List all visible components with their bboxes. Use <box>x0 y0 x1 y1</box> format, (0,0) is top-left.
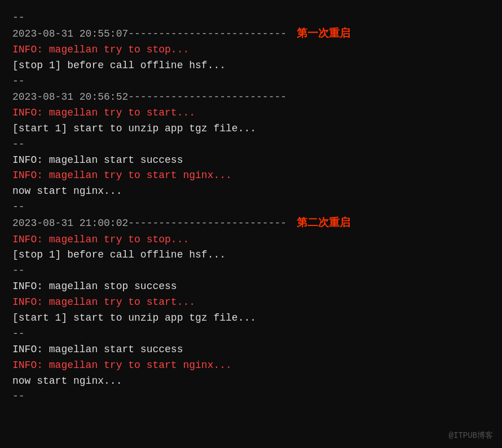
terminal-line: -- <box>12 389 490 405</box>
line-text: [stop 1] before call offline hsf... <box>12 247 226 263</box>
line-text: INFO: magellan try to start nginx... <box>12 168 232 184</box>
line-text: INFO: magellan try to start nginx... <box>12 358 232 374</box>
terminal-line: INFO: magellan stop success <box>12 279 490 295</box>
terminal-line: INFO: magellan try to start... <box>12 295 490 311</box>
line-text: 2023-08-31 20:56:52---------------------… <box>12 90 287 105</box>
terminal-line: now start nginx... <box>12 374 490 389</box>
terminal-line: -- <box>12 263 490 279</box>
terminal-line: 2023-08-31 21:00:02---------------------… <box>12 215 490 232</box>
line-text: -- <box>12 326 25 342</box>
terminal-line: INFO: magellan try to stop... <box>12 232 490 248</box>
restart-annotation: 第二次重启 <box>297 215 350 232</box>
restart-annotation: 第一次重启 <box>297 26 350 42</box>
watermark: @ITPUB博客 <box>449 430 493 442</box>
terminal-line: [stop 1] before call offline hsf... <box>12 58 490 74</box>
terminal-line: INFO: magellan try to stop... <box>12 42 490 58</box>
terminal-line: INFO: magellan try to start nginx... <box>12 168 490 184</box>
line-text: -- <box>12 137 25 153</box>
line-text: -- <box>12 74 25 90</box>
terminal-line: -- <box>12 10 490 26</box>
line-text: now start nginx... <box>12 374 122 389</box>
terminal-line: [start 1] start to unzip app tgz file... <box>12 311 490 326</box>
terminal-output: --2023-08-31 20:55:07-------------------… <box>0 0 502 448</box>
line-text: INFO: magellan try to stop... <box>12 42 189 58</box>
line-text: [start 1] start to unzip app tgz file... <box>12 311 256 326</box>
terminal-line: INFO: magellan start success <box>12 342 490 358</box>
terminal-line: [start 1] start to unzip app tgz file... <box>12 121 490 137</box>
line-text: [start 1] start to unzip app tgz file... <box>12 121 256 137</box>
terminal-line: -- <box>12 326 490 342</box>
line-text: [stop 1] before call offline hsf... <box>12 58 226 74</box>
terminal-line: -- <box>12 74 490 90</box>
line-text: INFO: magellan stop success <box>12 279 177 295</box>
line-text: 2023-08-31 20:55:07---------------------… <box>12 26 287 42</box>
line-text: INFO: magellan try to stop... <box>12 232 189 248</box>
terminal-line: 2023-08-31 20:56:52---------------------… <box>12 90 490 105</box>
line-text: INFO: magellan try to start... <box>12 295 195 311</box>
terminal-line: -- <box>12 137 490 153</box>
line-text: -- <box>12 389 25 405</box>
terminal-line: INFO: magellan start success <box>12 153 490 168</box>
line-text: -- <box>12 199 25 215</box>
terminal-line: -- <box>12 199 490 215</box>
line-text: INFO: magellan start success <box>12 153 183 168</box>
terminal-line: INFO: magellan try to start... <box>12 105 490 121</box>
line-text: -- <box>12 263 25 279</box>
line-text: 2023-08-31 21:00:02---------------------… <box>12 216 287 232</box>
line-text: INFO: magellan try to start... <box>12 105 195 121</box>
terminal-line: now start nginx... <box>12 184 490 199</box>
terminal-line: [stop 1] before call offline hsf... <box>12 247 490 263</box>
line-text: -- <box>12 10 25 26</box>
line-text: INFO: magellan start success <box>12 342 183 358</box>
line-text: now start nginx... <box>12 184 122 199</box>
terminal-line: INFO: magellan try to start nginx... <box>12 358 490 374</box>
terminal-line: 2023-08-31 20:55:07---------------------… <box>12 26 490 42</box>
